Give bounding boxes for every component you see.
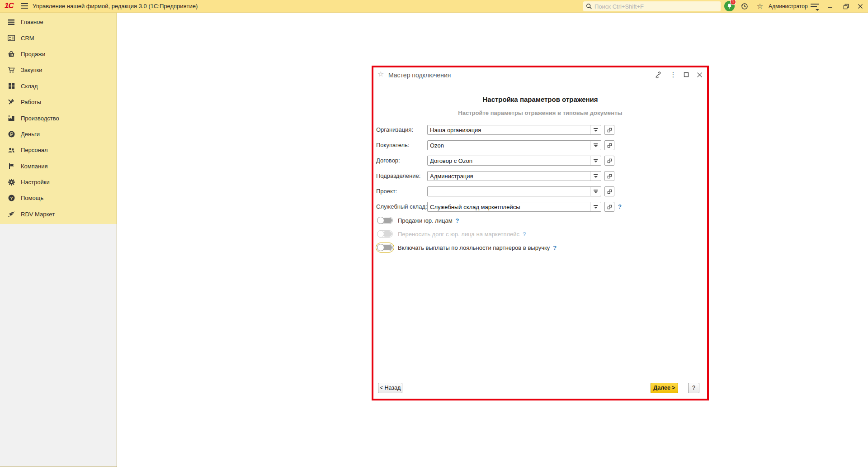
dialog-favorite-star-icon[interactable]: ☆ (377, 70, 384, 78)
open-picker-icon[interactable] (604, 125, 614, 135)
sidebar-item-9[interactable]: Персонал (0, 142, 117, 158)
minimize-window-icon[interactable] (824, 0, 837, 13)
field-input-box (427, 156, 601, 166)
sidebar-item-8[interactable]: Деньги (0, 126, 117, 142)
sidebar-item-label: Работы (21, 99, 41, 105)
connection-wizard-dialog: ☆ Мастер подключения ⋮ Настройка парамет… (372, 66, 709, 400)
current-user[interactable]: Администратор (769, 0, 808, 13)
svg-text:?: ? (10, 195, 13, 200)
open-picker-icon[interactable] (604, 186, 614, 196)
field-input[interactable] (428, 141, 590, 150)
open-picker-icon[interactable] (604, 171, 614, 181)
form-row: Служебный склад:? (373, 202, 707, 212)
dropdown-arrow-icon[interactable] (590, 187, 601, 196)
wizard-step-heading: Настройка параметров отражения (373, 95, 707, 103)
back-button[interactable]: < Назад (378, 383, 402, 393)
toggle-row: Переносить долг с юр. лица на маркетплей… (373, 229, 707, 238)
contact-card-icon (8, 34, 15, 42)
global-search[interactable] (583, 1, 721, 11)
sidebar-item-1[interactable]: Главное (0, 14, 117, 30)
rocket-icon (8, 210, 15, 218)
workspace: ☆ Мастер подключения ⋮ Настройка парамет… (118, 13, 868, 467)
field-input-box (427, 171, 601, 181)
tools-icon (8, 99, 15, 106)
sidebar-item-label: Главное (21, 19, 43, 25)
open-picker-icon[interactable] (604, 140, 614, 150)
sidebar-item-3[interactable]: Продажи (0, 46, 117, 62)
field-label: Организация: (376, 125, 427, 135)
open-picker-icon[interactable] (604, 202, 614, 212)
section-sidebar: ГлавноеCRMПродажиЗакупкиСкладРаботыПроиз… (0, 13, 117, 467)
people-icon (8, 147, 15, 154)
app-title: Управление нашей фирмой, редакция 3.0 (1… (33, 0, 198, 13)
toggle-row: Включать выплаты по лояльности партнеров… (373, 243, 707, 252)
next-button[interactable]: Далее > (651, 383, 678, 393)
history-icon[interactable] (741, 2, 749, 10)
field-label: Проект: (376, 186, 427, 196)
close-dialog-icon[interactable] (695, 71, 703, 79)
toggle-label: Переносить долг с юр. лица на маркетплей… (398, 231, 519, 238)
field-input[interactable] (428, 187, 590, 196)
field-input-box (427, 202, 601, 212)
toggle-row: Продажи юр. лицам? (373, 216, 707, 225)
sidebar-item-label: Настройки (21, 179, 50, 186)
field-label: Служебный склад: (376, 202, 427, 212)
factory-icon (8, 114, 15, 122)
sidebar-item-7[interactable]: Производство (0, 110, 117, 126)
form-row: Покупатель: (373, 140, 707, 150)
field-label: Покупатель: (376, 140, 427, 150)
sidebar-item-10[interactable]: Компания (0, 158, 117, 174)
dropdown-arrow-icon[interactable] (590, 141, 601, 150)
user-menu-icon[interactable] (811, 4, 819, 10)
search-input[interactable] (594, 3, 708, 10)
question-circle-icon: ? (8, 195, 15, 202)
dropdown-arrow-icon[interactable] (590, 172, 601, 181)
ruble-coin-icon (8, 130, 15, 138)
sidebar-item-label: Производство (21, 115, 59, 122)
get-link-icon[interactable] (654, 71, 662, 79)
dropdown-arrow-icon[interactable] (590, 156, 601, 165)
restore-window-icon[interactable] (839, 0, 853, 13)
sidebar-item-11[interactable]: Настройки (0, 174, 117, 190)
toggle-help-icon[interactable]: ? (523, 231, 526, 238)
main-menu-icon[interactable] (21, 3, 28, 9)
toggle-switch-off[interactable] (377, 244, 393, 251)
boxes-icon (8, 82, 15, 90)
dropdown-arrow-icon[interactable] (590, 125, 601, 134)
field-input[interactable] (428, 172, 590, 181)
sidebar-item-label: Склад (21, 83, 38, 90)
sidebar-item-13[interactable]: RDV Маркет (0, 206, 117, 222)
favorites-star-icon[interactable]: ☆ (756, 2, 764, 10)
field-label: Договор: (376, 156, 427, 166)
sidebar-item-6[interactable]: Работы (0, 94, 117, 110)
dialog-title: Мастер подключения (388, 70, 451, 81)
sidebar-item-2[interactable]: CRM (0, 30, 117, 46)
toggle-help-icon[interactable]: ? (553, 244, 557, 251)
dialog-help-button[interactable]: ? (688, 383, 699, 393)
field-input[interactable] (428, 156, 590, 165)
form-row: Организация: (373, 125, 707, 135)
notification-badge: 1 (730, 0, 736, 5)
basket-icon (8, 50, 15, 57)
field-input[interactable] (428, 202, 590, 211)
sidebar-item-4[interactable]: Закупки (0, 62, 117, 78)
toggle-switch-off (377, 230, 393, 238)
sidebar-item-label: Закупки (21, 67, 42, 73)
field-input[interactable] (428, 125, 590, 134)
toggle-help-icon[interactable]: ? (456, 217, 459, 224)
sidebar-item-label: Персонал (21, 147, 48, 153)
sidebar-item-label: Продажи (21, 51, 45, 57)
toggle-switch-off[interactable] (377, 217, 393, 224)
sidebar-item-5[interactable]: Склад (0, 78, 117, 94)
cart-icon (8, 67, 15, 74)
more-actions-icon[interactable]: ⋮ (669, 71, 677, 79)
sidebar-item-label: CRM (21, 35, 34, 42)
sidebar-item-12[interactable]: ?Помощь (0, 190, 117, 206)
open-picker-icon[interactable] (604, 156, 614, 166)
field-help-icon[interactable]: ? (618, 202, 622, 212)
close-window-icon[interactable] (854, 0, 867, 13)
menu-lines-icon (8, 19, 15, 26)
dropdown-arrow-icon[interactable] (590, 202, 601, 211)
wizard-step-subheading: Настройте параметры отражения в типовые … (373, 110, 707, 116)
maximize-dialog-icon[interactable] (682, 71, 690, 79)
